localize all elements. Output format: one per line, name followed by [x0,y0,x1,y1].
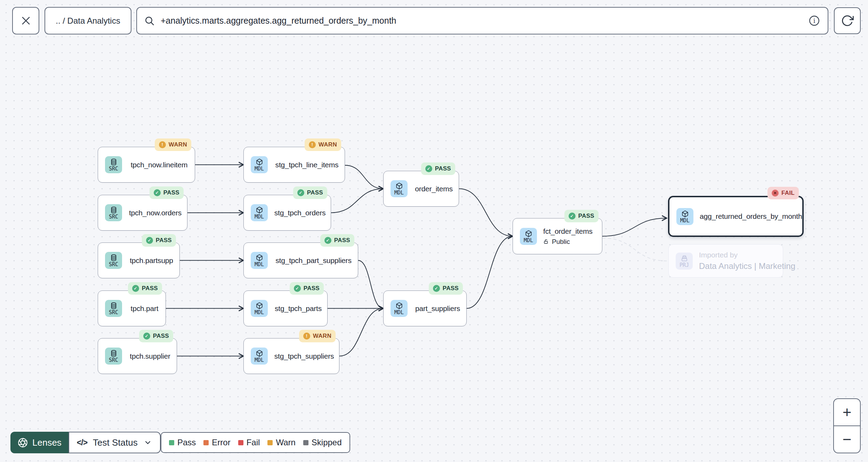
legend-item-error: Error [203,438,230,447]
test-status-legend: PassErrorFailWarnSkipped [161,432,350,453]
node-type-chip: MDL [676,208,693,225]
node-fct_order_items[interactable]: MDLfct_order_itemsPublic✓PASS [513,218,602,254]
node-type-label: SRC [109,166,118,172]
node-imported_by[interactable]: PRJImported byData Analytics | Marketing [668,244,783,278]
node-type-chip: MDL [251,204,268,221]
node-order_items[interactable]: MDLorder_items✓PASS [383,171,459,207]
node-type-label: MDL [680,218,690,223]
database-icon [110,254,118,262]
node-type-label: MDL [255,214,264,220]
zoom-in-button[interactable]: + [834,399,860,425]
warn-status-icon: ! [303,333,310,340]
code-icon: </> [77,438,87,447]
minus-icon: − [843,432,852,447]
node-type-label: MDL [255,262,264,267]
test-status-badge-pass: ✓PASS [139,330,173,342]
refresh-button[interactable] [834,7,861,34]
warn-status-icon: ! [309,141,316,148]
node-type-chip: MDL [251,252,268,269]
node-stg_tpch_suppliers[interactable]: MDLstg_tpch_suppliers!WARN [243,338,339,374]
pass-status-icon: ✓ [324,237,331,244]
aperture-icon [17,437,28,448]
fail-status-icon: ✕ [772,190,779,197]
svg-text:i: i [813,17,815,24]
badge-label: WARN [319,141,337,148]
legend-swatch [267,440,273,445]
model-cube-icon [255,206,264,214]
legend-item-pass: Pass [169,438,196,447]
node-stg_tpch_parts[interactable]: MDLstg_tpch_parts✓PASS [243,290,328,326]
node-type-chip: MDL [391,180,408,197]
badge-label: PASS [435,165,451,172]
badge-label: WARN [313,333,331,340]
database-icon [110,206,118,214]
node-tpch.partsupp[interactable]: SRCtpch.partsupp✓PASS [98,242,180,278]
legend-label: Warn [276,438,295,447]
refresh-icon [841,14,854,27]
model-cube-icon [524,230,533,238]
node-type-chip: MDL [251,348,268,365]
search-input[interactable] [160,15,803,26]
plus-icon: + [843,405,852,420]
test-status-badge-pass: ✓PASS [293,186,327,199]
badge-label: PASS [578,213,594,220]
chevron-down-icon [143,438,152,447]
node-title: tpch_now.lineitem [128,161,190,169]
test-status-badge-warn: !WARN [155,138,191,151]
badge-label: PASS [156,237,172,244]
node-tpch.supplier[interactable]: SRCtpch.supplier✓PASS [98,338,177,374]
zoom-control: + − [833,398,861,453]
node-type-chip: SRC [105,156,122,173]
node-stg_tpch_part_suppliers[interactable]: MDLstg_tpch_part_suppliers✓PASS [243,242,358,278]
node-part_suppliers[interactable]: MDLpart_suppliers✓PASS [383,290,467,326]
node-type-label: SRC [109,358,118,363]
test-status-badge-warn: !WARN [305,138,341,151]
model-cube-icon [255,158,264,166]
breadcrumb[interactable]: .. / Data Analytics [45,7,131,34]
pass-status-icon: ✓ [294,285,301,292]
test-status-badge-pass: ✓PASS [128,282,162,295]
node-stg_tpch_orders[interactable]: MDLstg_tpch_orders✓PASS [243,195,331,231]
database-icon [110,302,118,310]
lens-selector-dropdown[interactable]: </> Test Status [69,432,161,453]
node-type-chip: SRC [105,300,122,317]
lineage-edge [345,165,383,189]
lenses-button[interactable]: Lenses [10,432,69,453]
node-type-label: MDL [394,310,404,315]
lens-selected-label: Test Status [93,437,138,448]
node-tpch_now.lineitem[interactable]: SRCtpch_now.lineitem!WARN [98,147,195,183]
lineage-canvas[interactable]: { "topbar": { "breadcrumb": ".. / Data A… [0,0,868,462]
info-icon[interactable]: i [808,14,821,27]
node-type-chip: MDL [391,300,408,317]
node-title: stg_tpch_line_items [274,161,340,169]
node-type-chip: MDL [251,300,268,317]
close-button[interactable] [12,7,39,34]
badge-label: PASS [443,285,459,292]
node-stg_tpch_line_items[interactable]: MDLstg_tpch_line_items!WARN [243,147,345,183]
node-type-label: MDL [255,358,264,363]
node-type-label: MDL [255,310,264,315]
warn-status-icon: ! [159,141,166,148]
legend-label: Pass [177,438,196,447]
node-agg_returned_orders_by_month[interactable]: MDLagg_returned_orders_by_month✕FAIL [668,196,804,237]
node-type-chip: MDL [520,228,537,245]
zoom-out-button[interactable]: − [834,425,860,453]
model-cube-icon [395,182,403,190]
node-tpch.part[interactable]: SRCtpch.part✓PASS [98,290,166,326]
lineage-edge-dashed [602,238,667,261]
close-icon [20,15,32,26]
test-status-badge-pass: ✓PASS [564,210,598,222]
model-cube-icon [255,254,264,262]
node-title: stg_tpch_orders [274,209,326,217]
node-type-label: SRC [109,214,118,220]
search-box: i [136,7,828,34]
node-type-label: SRC [109,310,118,315]
badge-label: PASS [307,189,323,196]
lineage-edge [339,309,383,356]
test-status-badge-pass: ✓PASS [429,282,463,295]
node-tpch_now.orders[interactable]: SRCtpch_now.orders✓PASS [98,195,187,231]
badge-label: PASS [304,285,320,292]
node-title: agg_returned_orders_by_month [700,212,802,221]
lineage-edge [358,261,383,309]
node-type-chip: SRC [105,204,122,221]
